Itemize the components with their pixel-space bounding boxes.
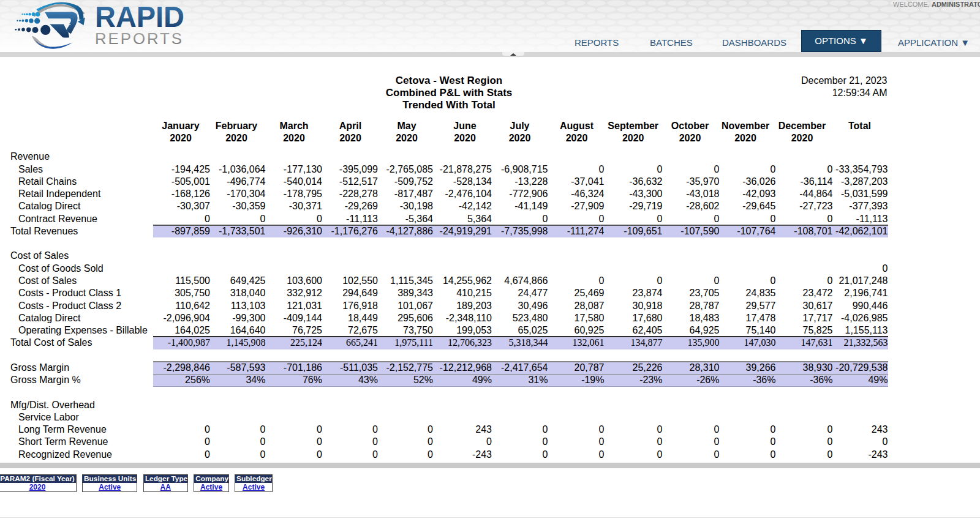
svg-text:RAPID: RAPID (95, 0, 184, 33)
svg-text:REPORTS: REPORTS (95, 29, 184, 48)
